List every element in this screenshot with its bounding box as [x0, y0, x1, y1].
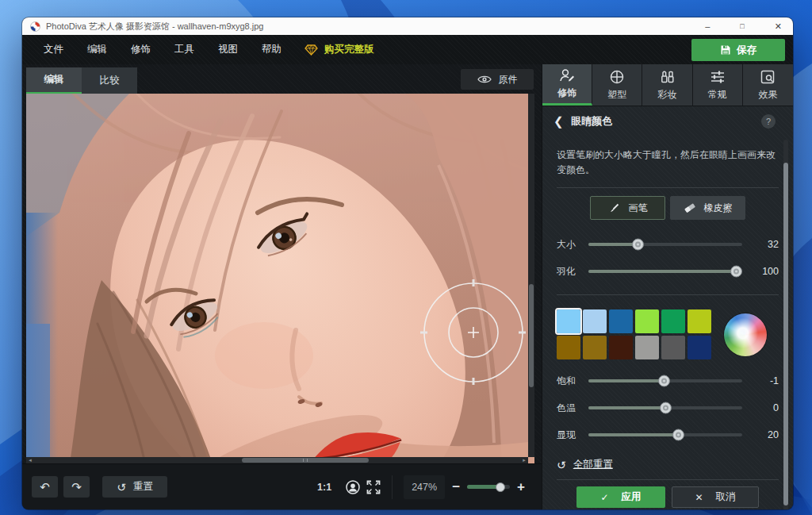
minimize-button[interactable]: – [702, 17, 713, 35]
panel-tabs: 修饰 塑型 [542, 64, 793, 106]
color-swatch[interactable] [583, 309, 607, 333]
size-slider-row: 大小 32 [557, 234, 779, 255]
color-swatch[interactable] [609, 309, 633, 333]
color-swatch[interactable] [609, 336, 633, 359]
tab-effects-label: 效果 [758, 88, 777, 102]
temperature-value: 0 [752, 402, 779, 413]
canvas-vertical-scrollbar[interactable] [528, 94, 534, 457]
maximize-button[interactable]: □ [737, 17, 747, 35]
tab-sculpt[interactable]: 塑型 [592, 64, 642, 106]
color-swatch[interactable] [635, 309, 659, 333]
eye-icon [477, 75, 492, 84]
color-swatch[interactable] [688, 336, 711, 359]
tab-effects[interactable]: 效果 [743, 64, 793, 106]
tab-compare[interactable]: 比较 [82, 67, 137, 94]
editor-area: 编辑 比较 原件 [22, 64, 542, 509]
saturation-value: -1 [752, 375, 779, 386]
view-tabs: 编辑 比较 原件 [22, 64, 542, 94]
temperature-slider[interactable] [588, 406, 742, 409]
visibility-slider[interactable] [588, 433, 742, 436]
panel-scrollbar-thumb[interactable] [783, 163, 788, 505]
face-icon [346, 480, 360, 494]
feather-slider[interactable] [588, 270, 742, 273]
tab-makeup[interactable]: 彩妆 [642, 64, 692, 106]
scroll-left-arrow[interactable]: ◂ [26, 457, 34, 463]
tab-common[interactable]: 常规 [693, 64, 743, 106]
cancel-button[interactable]: ✕ 取消 [672, 486, 759, 508]
menu-file[interactable]: 文件 [32, 35, 75, 64]
saturation-slider-thumb[interactable] [658, 375, 670, 387]
scroll-right-arrow[interactable]: ▸ [520, 457, 528, 463]
help-button[interactable]: ? [761, 114, 776, 129]
apply-button[interactable]: ✓ 应用 [576, 486, 665, 508]
tab-retouch-label: 修饰 [557, 86, 576, 100]
visibility-slider-thumb[interactable] [672, 429, 684, 441]
hscroll-thumb[interactable] [242, 458, 369, 463]
tab-edit[interactable]: 编辑 [26, 67, 82, 94]
size-slider-thumb[interactable] [632, 239, 644, 251]
zoom-level[interactable]: 247% [404, 475, 445, 499]
vscroll-thumb[interactable] [529, 284, 534, 387]
color-picker-area [557, 309, 779, 359]
color-swatch[interactable] [661, 336, 685, 359]
color-swatch[interactable] [557, 309, 580, 333]
menu-edit[interactable]: 编辑 [75, 35, 119, 64]
tab-retouch[interactable]: 修饰 [542, 64, 592, 106]
reset-icon: ↺ [117, 481, 126, 494]
visibility-label: 显现 [557, 429, 585, 442]
reset-all-link[interactable]: ↺ 全部重置 [557, 458, 779, 471]
size-value: 32 [752, 239, 779, 250]
save-button[interactable]: 保存 [691, 39, 785, 61]
zoom-slider-thumb[interactable] [496, 482, 505, 492]
saturation-slider-row: 饱和 -1 [557, 371, 779, 391]
feather-slider-thumb[interactable] [730, 266, 742, 278]
retouch-icon [559, 67, 575, 83]
menu-tools[interactable]: 工具 [163, 35, 206, 64]
window-title: PhotoDiva 艺术人像 摄影资源馆 - wallhaven-m9xyg8.… [46, 21, 702, 33]
check-icon: ✓ [600, 492, 608, 503]
color-swatch[interactable] [557, 336, 580, 359]
show-original-button[interactable]: 原件 [461, 69, 534, 90]
reset-button[interactable]: ↺ 重置 [102, 476, 167, 498]
back-chevron-icon[interactable]: ❮ [553, 114, 571, 129]
zoom-slider[interactable] [467, 485, 510, 489]
actual-size-button[interactable]: 1:1 [317, 482, 331, 493]
close-button[interactable]: ✕ [772, 17, 785, 35]
eraser-button[interactable]: 橡皮擦 [670, 196, 745, 220]
buy-full-version[interactable]: 购买完整版 [304, 43, 374, 56]
zoom-in-button[interactable]: + [510, 479, 532, 495]
titlebar: PhotoDiva 艺术人像 摄影资源馆 - wallhaven-m9xyg8.… [22, 17, 793, 35]
menu-view[interactable]: 视图 [206, 35, 250, 64]
temperature-slider-thumb[interactable] [660, 402, 672, 414]
brush-button[interactable]: 画笔 [590, 196, 665, 220]
reset-label: 重置 [133, 480, 153, 494]
saturation-slider[interactable] [588, 379, 742, 382]
adjust-sliders: 饱和 -1 色温 [557, 371, 779, 445]
color-swatch[interactable] [661, 309, 685, 333]
color-swatch[interactable] [688, 309, 711, 333]
menu-retouch[interactable]: 修饰 [119, 35, 163, 64]
fit-face-button[interactable] [343, 477, 363, 498]
color-swatches [557, 309, 711, 359]
save-icon [720, 44, 731, 56]
sliders-icon [710, 69, 726, 85]
save-label: 保存 [737, 44, 756, 57]
zoom-out-button[interactable]: − [445, 479, 467, 495]
color-swatch[interactable] [583, 336, 607, 359]
temperature-slider-row: 色温 0 [557, 398, 779, 418]
diamond-icon [304, 44, 318, 56]
fit-screen-button[interactable] [363, 477, 384, 498]
menu-help[interactable]: 帮助 [250, 35, 293, 64]
canvas-horizontal-scrollbar[interactable]: ◂ ▸ [26, 457, 528, 463]
divider [557, 187, 779, 188]
color-swatch[interactable] [635, 336, 659, 359]
feather-value: 100 [752, 266, 779, 277]
apply-label: 应用 [622, 490, 642, 504]
color-wheel[interactable] [724, 313, 767, 356]
photo-canvas[interactable]: ◂ ▸ [26, 94, 534, 463]
size-slider[interactable] [588, 243, 742, 246]
redo-button[interactable]: ↷ [63, 476, 90, 498]
undo-button[interactable]: ↶ [32, 476, 58, 498]
right-panel: 修饰 塑型 [542, 64, 793, 509]
action-buttons: ✓ 应用 ✕ 取消 [557, 486, 779, 508]
